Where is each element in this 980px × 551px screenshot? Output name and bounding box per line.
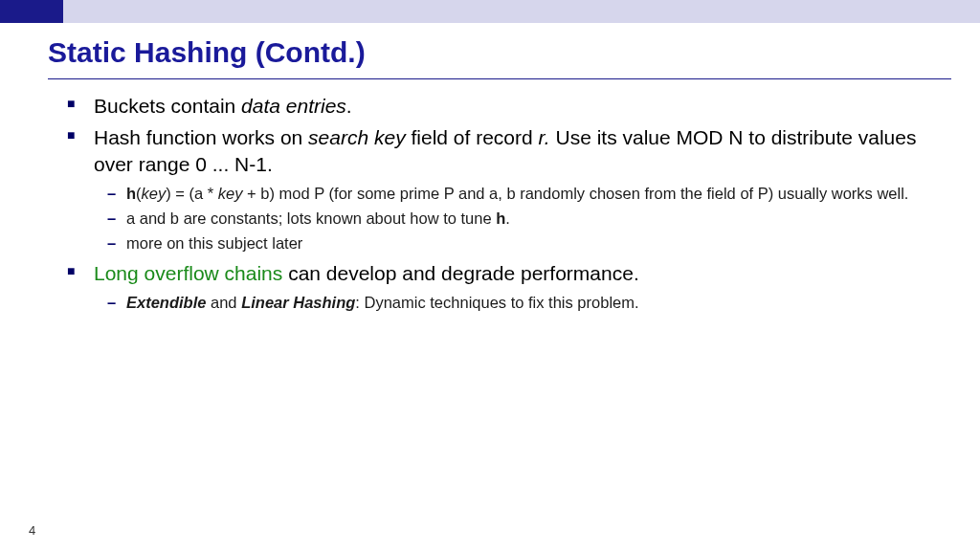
- text: field of record: [406, 126, 539, 148]
- text: : Dynamic techniques to fix this problem…: [355, 294, 638, 311]
- text-italic: key: [218, 185, 243, 202]
- text-italic: data entries: [241, 95, 346, 117]
- text-bolditalic: Linear Hashing: [241, 294, 355, 311]
- text-italic: r.: [539, 126, 550, 148]
- subbullet-2-1: h(key) = (a * key + b) mod P (for some p…: [94, 183, 951, 204]
- text: and: [206, 294, 241, 311]
- text-italic: key: [142, 185, 167, 202]
- text: + b) mod P (for some prime P and a, b ra…: [243, 185, 909, 202]
- text-italic: search key: [308, 126, 406, 148]
- text: Buckets contain: [94, 95, 241, 117]
- text-bold: h: [496, 209, 505, 227]
- text: a and b are constants; lots known about …: [126, 209, 496, 227]
- header-accent: [0, 0, 63, 23]
- slide-title: Static Hashing (Contd.): [0, 23, 980, 75]
- slide-content: Buckets contain data entries. Hash funct…: [0, 89, 980, 313]
- text: .: [505, 209, 510, 227]
- bullet-3: Long overflow chains can develop and deg…: [48, 260, 951, 314]
- subbullet-3-1: Extendible and Linear Hashing: Dynamic t…: [94, 292, 951, 313]
- subbullet-2-3: more on this subject later: [94, 232, 951, 253]
- subbullet-2-2: a and b are constants; lots known about …: [94, 208, 951, 229]
- title-underline: [48, 78, 951, 79]
- bullet-2: Hash function works on search key field …: [48, 124, 951, 253]
- text-bolditalic: Extendible: [126, 294, 206, 311]
- text-bold: h: [126, 185, 136, 202]
- text: ) = (a *: [166, 185, 218, 202]
- text: Hash function works on: [94, 126, 308, 148]
- text-highlight: Long overflow chains: [94, 262, 282, 284]
- text: more on this subject later: [126, 234, 302, 252]
- text: can develop and degrade performance.: [282, 262, 638, 284]
- text: .: [346, 95, 352, 117]
- header-bar: [0, 0, 980, 23]
- bullet-1: Buckets contain data entries.: [48, 93, 951, 119]
- page-number: 4: [29, 523, 35, 538]
